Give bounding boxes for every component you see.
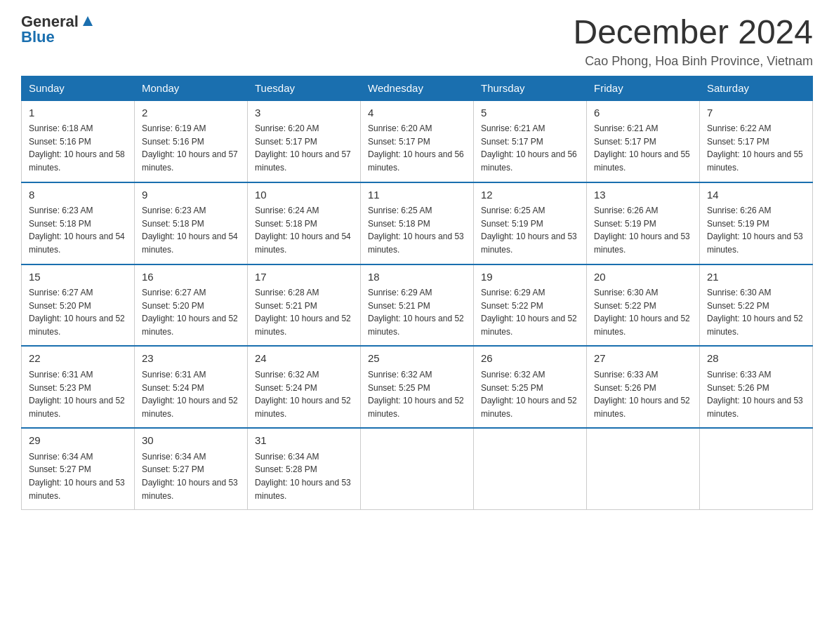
day-info: Sunrise: 6:25 AMSunset: 5:18 PMDaylight:…: [368, 204, 466, 256]
day-info: Sunrise: 6:27 AMSunset: 5:20 PMDaylight:…: [29, 286, 127, 338]
table-row: 7Sunrise: 6:22 AMSunset: 5:17 PMDaylight…: [700, 100, 813, 182]
week-row-1: 1Sunrise: 6:18 AMSunset: 5:16 PMDaylight…: [22, 100, 813, 182]
title-block: December 2024 Cao Phong, Hoa Binh Provin…: [573, 14, 813, 69]
day-number: 26: [481, 351, 579, 367]
day-number: 25: [368, 351, 466, 367]
day-number: 15: [29, 269, 127, 286]
page-header: General Blue December 2024 Cao Phong, Ho…: [21, 14, 813, 69]
day-number: 24: [255, 351, 353, 367]
day-info: Sunrise: 6:26 AMSunset: 5:19 PMDaylight:…: [594, 204, 692, 256]
calendar-table: Sunday Monday Tuesday Wednesday Thursday…: [21, 76, 813, 510]
table-row: 9Sunrise: 6:23 AMSunset: 5:18 PMDaylight…: [135, 182, 248, 264]
table-row: 29Sunrise: 6:34 AMSunset: 5:27 PMDayligh…: [22, 428, 135, 509]
day-info: Sunrise: 6:23 AMSunset: 5:18 PMDaylight:…: [29, 204, 127, 256]
logo-triangle-icon: [80, 13, 95, 29]
table-row: 4Sunrise: 6:20 AMSunset: 5:17 PMDaylight…: [361, 100, 474, 182]
month-title: December 2024: [573, 14, 813, 51]
day-number: 18: [368, 269, 466, 286]
table-row: 24Sunrise: 6:32 AMSunset: 5:24 PMDayligh…: [248, 346, 361, 428]
day-number: 23: [142, 351, 240, 367]
day-number: 21: [707, 269, 805, 286]
day-info: Sunrise: 6:30 AMSunset: 5:22 PMDaylight:…: [707, 286, 805, 338]
table-row: 1Sunrise: 6:18 AMSunset: 5:16 PMDaylight…: [22, 100, 135, 182]
col-wednesday: Wednesday: [361, 76, 474, 100]
col-sunday: Sunday: [22, 76, 135, 100]
day-info: Sunrise: 6:31 AMSunset: 5:24 PMDaylight:…: [142, 368, 240, 420]
table-row: 19Sunrise: 6:29 AMSunset: 5:22 PMDayligh…: [474, 264, 587, 347]
day-info: Sunrise: 6:21 AMSunset: 5:17 PMDaylight:…: [481, 122, 579, 174]
day-number: 29: [29, 433, 127, 449]
day-number: 8: [29, 187, 127, 203]
table-row: 12Sunrise: 6:25 AMSunset: 5:19 PMDayligh…: [474, 182, 587, 264]
day-number: 31: [255, 433, 353, 449]
table-row: 25Sunrise: 6:32 AMSunset: 5:25 PMDayligh…: [361, 346, 474, 428]
table-row: 5Sunrise: 6:21 AMSunset: 5:17 PMDaylight…: [474, 100, 587, 182]
day-info: Sunrise: 6:30 AMSunset: 5:22 PMDaylight:…: [594, 286, 692, 338]
day-info: Sunrise: 6:21 AMSunset: 5:17 PMDaylight:…: [594, 122, 692, 174]
table-row: 6Sunrise: 6:21 AMSunset: 5:17 PMDaylight…: [587, 100, 700, 182]
table-row: 30Sunrise: 6:34 AMSunset: 5:27 PMDayligh…: [135, 428, 248, 509]
col-saturday: Saturday: [700, 76, 813, 100]
col-friday: Friday: [587, 76, 700, 100]
day-info: Sunrise: 6:19 AMSunset: 5:16 PMDaylight:…: [142, 122, 240, 174]
table-row: [587, 428, 700, 509]
table-row: 10Sunrise: 6:24 AMSunset: 5:18 PMDayligh…: [248, 182, 361, 264]
day-info: Sunrise: 6:27 AMSunset: 5:20 PMDaylight:…: [142, 286, 240, 338]
col-thursday: Thursday: [474, 76, 587, 100]
day-number: 4: [368, 105, 466, 121]
table-row: 3Sunrise: 6:20 AMSunset: 5:17 PMDaylight…: [248, 100, 361, 182]
day-number: 17: [255, 269, 353, 286]
col-monday: Monday: [135, 76, 248, 100]
table-row: 14Sunrise: 6:26 AMSunset: 5:19 PMDayligh…: [700, 182, 813, 264]
day-number: 3: [255, 105, 353, 121]
day-number: 2: [142, 105, 240, 121]
day-info: Sunrise: 6:33 AMSunset: 5:26 PMDaylight:…: [707, 368, 805, 420]
day-number: 28: [707, 351, 805, 367]
day-number: 12: [481, 187, 579, 203]
day-number: 9: [142, 187, 240, 203]
day-info: Sunrise: 6:33 AMSunset: 5:26 PMDaylight:…: [594, 368, 692, 420]
table-row: 11Sunrise: 6:25 AMSunset: 5:18 PMDayligh…: [361, 182, 474, 264]
svg-marker-0: [83, 16, 93, 26]
day-number: 22: [29, 351, 127, 367]
day-number: 27: [594, 351, 692, 367]
day-info: Sunrise: 6:31 AMSunset: 5:23 PMDaylight:…: [29, 368, 127, 420]
day-info: Sunrise: 6:26 AMSunset: 5:19 PMDaylight:…: [707, 204, 805, 256]
day-number: 11: [368, 187, 466, 203]
table-row: 21Sunrise: 6:30 AMSunset: 5:22 PMDayligh…: [700, 264, 813, 347]
table-row: 23Sunrise: 6:31 AMSunset: 5:24 PMDayligh…: [135, 346, 248, 428]
day-info: Sunrise: 6:29 AMSunset: 5:21 PMDaylight:…: [368, 286, 466, 338]
day-number: 19: [481, 269, 579, 286]
day-info: Sunrise: 6:22 AMSunset: 5:17 PMDaylight:…: [707, 122, 805, 174]
day-number: 6: [594, 105, 692, 121]
day-number: 30: [142, 433, 240, 449]
table-row: [700, 428, 813, 509]
day-info: Sunrise: 6:34 AMSunset: 5:27 PMDaylight:…: [29, 450, 127, 502]
day-info: Sunrise: 6:20 AMSunset: 5:17 PMDaylight:…: [255, 122, 353, 174]
table-row: 20Sunrise: 6:30 AMSunset: 5:22 PMDayligh…: [587, 264, 700, 347]
table-row: 27Sunrise: 6:33 AMSunset: 5:26 PMDayligh…: [587, 346, 700, 428]
day-number: 13: [594, 187, 692, 203]
day-info: Sunrise: 6:32 AMSunset: 5:24 PMDaylight:…: [255, 368, 353, 420]
table-row: 2Sunrise: 6:19 AMSunset: 5:16 PMDaylight…: [135, 100, 248, 182]
table-row: 18Sunrise: 6:29 AMSunset: 5:21 PMDayligh…: [361, 264, 474, 347]
logo-general: General: [21, 14, 79, 29]
logo: General Blue: [21, 14, 95, 45]
table-row: 28Sunrise: 6:33 AMSunset: 5:26 PMDayligh…: [700, 346, 813, 428]
day-number: 7: [707, 105, 805, 121]
week-row-5: 29Sunrise: 6:34 AMSunset: 5:27 PMDayligh…: [22, 428, 813, 509]
day-info: Sunrise: 6:28 AMSunset: 5:21 PMDaylight:…: [255, 286, 353, 338]
table-row: 13Sunrise: 6:26 AMSunset: 5:19 PMDayligh…: [587, 182, 700, 264]
day-info: Sunrise: 6:32 AMSunset: 5:25 PMDaylight:…: [481, 368, 579, 420]
week-row-3: 15Sunrise: 6:27 AMSunset: 5:20 PMDayligh…: [22, 264, 813, 347]
day-info: Sunrise: 6:32 AMSunset: 5:25 PMDaylight:…: [368, 368, 466, 420]
day-number: 1: [29, 105, 127, 121]
day-info: Sunrise: 6:25 AMSunset: 5:19 PMDaylight:…: [481, 204, 579, 256]
col-tuesday: Tuesday: [248, 76, 361, 100]
day-number: 10: [255, 187, 353, 203]
week-row-4: 22Sunrise: 6:31 AMSunset: 5:23 PMDayligh…: [22, 346, 813, 428]
table-row: 15Sunrise: 6:27 AMSunset: 5:20 PMDayligh…: [22, 264, 135, 347]
table-row: 22Sunrise: 6:31 AMSunset: 5:23 PMDayligh…: [22, 346, 135, 428]
day-info: Sunrise: 6:23 AMSunset: 5:18 PMDaylight:…: [142, 204, 240, 256]
day-info: Sunrise: 6:34 AMSunset: 5:28 PMDaylight:…: [255, 450, 353, 502]
